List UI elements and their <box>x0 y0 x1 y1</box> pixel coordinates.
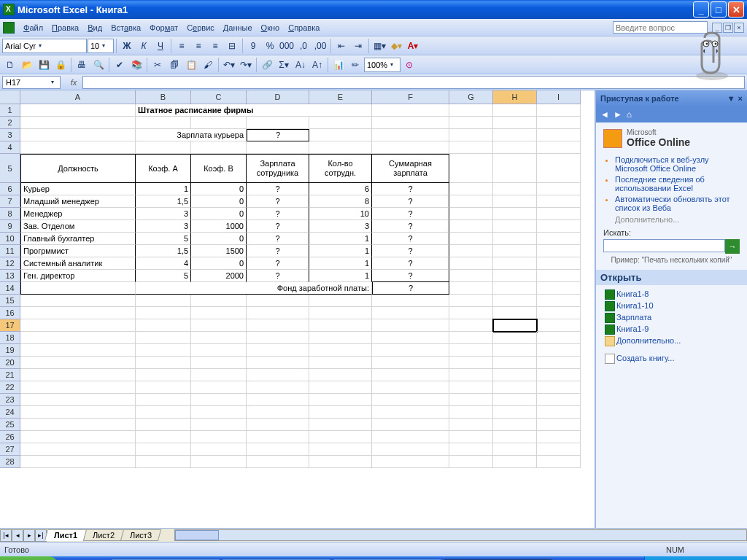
tp-recent-1[interactable]: Книга1-10 <box>603 300 740 311</box>
tp-create-book[interactable]: Создать книгу... <box>603 352 740 364</box>
taskpane-back-button[interactable]: ◄ <box>600 109 609 120</box>
select-all-corner[interactable] <box>0 90 20 104</box>
row-header-4[interactable]: 4 <box>0 141 20 154</box>
col-header-E[interactable]: E <box>309 90 372 104</box>
table-row[interactable]: Прогрммист <box>20 245 136 257</box>
col-header-C[interactable]: C <box>191 90 247 104</box>
help-question-box[interactable] <box>613 21 708 34</box>
font-name-combo[interactable]: Arial Cyr▾ <box>2 39 87 53</box>
table-row[interactable]: Менеджер <box>20 208 136 220</box>
hdr-coef-a[interactable]: Коэф. А <box>136 154 191 183</box>
copy-button[interactable]: 🗐 <box>166 57 182 73</box>
fill-color-button[interactable]: ◆▾ <box>388 38 404 54</box>
hdr-salary[interactable]: Зарплата сотрудника <box>247 154 309 183</box>
help-button[interactable]: ⊙ <box>401 57 417 73</box>
increase-decimal-button[interactable]: ,0 <box>295 38 311 54</box>
hyperlink-button[interactable]: 🔗 <box>259 57 275 73</box>
table-row[interactable]: Ген. директор <box>20 270 136 282</box>
sheet-title[interactable]: Штатное расписание фирмы <box>136 104 372 117</box>
underline-button[interactable]: Ч <box>152 38 169 54</box>
tp-recent-2[interactable]: Зарплата <box>603 311 740 323</box>
tp-search-go-button[interactable]: → <box>725 239 740 254</box>
row-header-8[interactable]: 8 <box>0 208 20 220</box>
zoom-combo[interactable]: 100%▾ <box>364 58 400 72</box>
row-header-27[interactable]: 27 <box>0 443 20 456</box>
row-header-2[interactable]: 2 <box>0 117 20 129</box>
italic-button[interactable]: К <box>136 38 152 54</box>
sheet-tab-3[interactable]: Лист3 <box>120 529 161 541</box>
row-header-20[interactable]: 20 <box>0 357 20 369</box>
tp-link-connect[interactable]: Подключиться к веб-узлу Microsoft Office… <box>615 155 709 173</box>
formula-bar[interactable] <box>82 76 745 89</box>
sort-asc-button[interactable]: A↓ <box>293 57 309 73</box>
col-header-F[interactable]: F <box>372 90 449 104</box>
tp-link-more[interactable]: Дополнительно... <box>603 215 740 224</box>
row-header-1[interactable]: 1 <box>0 104 20 117</box>
cut-button[interactable]: ✂ <box>150 57 166 73</box>
row-header-13[interactable]: 13 <box>0 270 20 282</box>
sheet-tab-1[interactable]: Лист1 <box>44 529 87 541</box>
table-row[interactable]: Курьер <box>20 183 136 195</box>
active-cell[interactable] <box>493 319 537 332</box>
sheet-tab-2[interactable]: Лист2 <box>83 529 124 541</box>
table-row[interactable]: Главный бухгалтер <box>20 233 136 245</box>
row-header-5[interactable]: 5 <box>0 154 20 183</box>
row-header-23[interactable]: 23 <box>0 394 20 406</box>
thousands-button[interactable]: 000 <box>279 38 295 54</box>
row-header-25[interactable]: 25 <box>0 419 20 431</box>
row-header-11[interactable]: 11 <box>0 245 20 257</box>
drawing-button[interactable]: ✏ <box>347 57 363 73</box>
menu-file[interactable]: Файл <box>19 22 47 34</box>
permission-button[interactable]: 🔒 <box>53 57 69 73</box>
borders-button[interactable]: ▦▾ <box>371 38 387 54</box>
window-close-button[interactable]: ✕ <box>728 1 744 18</box>
menu-window[interactable]: Окно <box>257 22 285 34</box>
fx-icon[interactable]: fx <box>66 78 81 87</box>
research-button[interactable]: 📚 <box>128 57 144 73</box>
paste-button[interactable]: 📋 <box>183 57 199 73</box>
merge-center-button[interactable]: ⊟ <box>224 38 240 54</box>
row-header-19[interactable]: 19 <box>0 344 20 357</box>
tab-nav-prev[interactable]: ◂ <box>12 529 23 542</box>
tab-nav-next[interactable]: ▸ <box>23 529 35 542</box>
table-row[interactable]: Зав. Отделом <box>20 220 136 233</box>
row-header-28[interactable]: 28 <box>0 456 20 468</box>
row-header-6[interactable]: 6 <box>0 183 20 195</box>
doc-minimize-button[interactable]: _ <box>712 23 722 33</box>
table-row[interactable]: Младший менеджер <box>20 195 136 208</box>
font-size-combo[interactable]: 10▾ <box>88 39 114 53</box>
start-button[interactable]: пуск <box>0 556 58 560</box>
spelling-button[interactable]: ✔ <box>112 57 128 73</box>
col-header-G[interactable]: G <box>449 90 493 104</box>
sort-desc-button[interactable]: A↑ <box>309 57 325 73</box>
chart-wizard-button[interactable]: 📊 <box>330 57 347 73</box>
hdr-count[interactable]: Кол-во сотрудн. <box>309 154 372 183</box>
open-button[interactable]: 📂 <box>19 57 35 73</box>
col-header-A[interactable]: A <box>20 90 136 104</box>
col-header-I[interactable]: I <box>537 90 581 104</box>
new-button[interactable]: 🗋 <box>2 57 18 73</box>
align-center-button[interactable]: ≡ <box>190 38 206 54</box>
fund-value[interactable]: ? <box>372 282 449 295</box>
fund-label[interactable]: Фонд заработной платы: <box>136 282 372 295</box>
menu-edit[interactable]: Правка <box>47 22 83 34</box>
row-header-3[interactable]: 3 <box>0 129 20 141</box>
row-header-26[interactable]: 26 <box>0 431 20 443</box>
doc-close-button[interactable]: × <box>734 23 744 33</box>
horizontal-scrollbar[interactable] <box>174 529 747 541</box>
undo-button[interactable]: ↶▾ <box>221 57 237 73</box>
tp-search-input[interactable] <box>603 239 725 252</box>
taskpane-forward-button[interactable]: ► <box>614 109 622 120</box>
row-header-15[interactable]: 15 <box>0 295 20 307</box>
menu-format[interactable]: Формат <box>145 22 182 34</box>
save-button[interactable]: 💾 <box>36 57 52 73</box>
align-left-button[interactable]: ≡ <box>174 38 190 54</box>
tp-open-more[interactable]: Дополнительно... <box>603 335 740 346</box>
tp-link-autoupdate[interactable]: Автоматически обновлять этот список из В… <box>615 195 730 212</box>
format-painter-button[interactable]: 🖌 <box>200 57 216 73</box>
print-button[interactable]: 🖶 <box>74 57 90 73</box>
menu-view[interactable]: Вид <box>83 22 107 34</box>
col-header-H[interactable]: H <box>493 90 537 104</box>
taskpane-dropdown-icon[interactable]: ▼ <box>727 94 735 103</box>
doc-restore-button[interactable]: ❐ <box>723 23 733 33</box>
